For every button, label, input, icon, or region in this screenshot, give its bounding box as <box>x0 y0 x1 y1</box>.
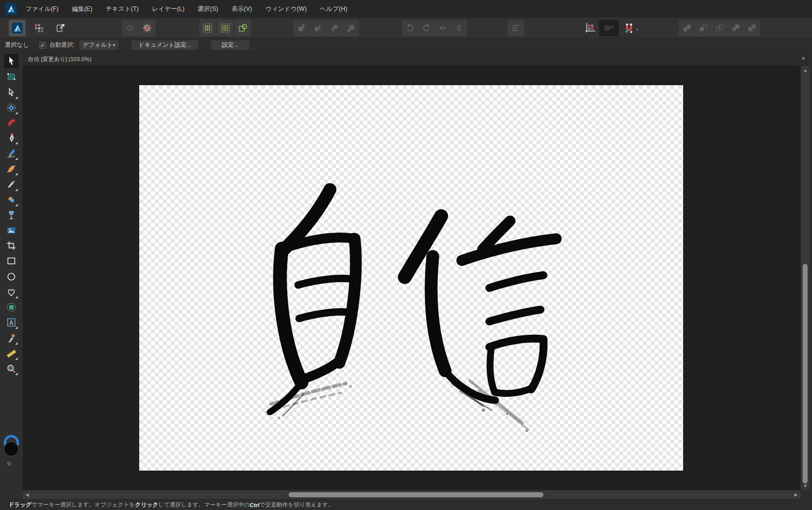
menu-bar: ファイル(F) 編集(E) テキスト(T) レイヤー(L) 選択(S) 表示(V… <box>0 0 812 18</box>
horizontal-scrollbar-thumb[interactable] <box>289 492 543 497</box>
heart-shape-tool[interactable] <box>4 285 19 299</box>
boolean-intersect-icon <box>715 23 724 33</box>
shape-builder-tool[interactable] <box>4 300 19 315</box>
contour-button[interactable] <box>121 20 138 36</box>
snap-manager-icon <box>584 22 597 34</box>
menu-edit[interactable]: 編集(E) <box>72 5 92 13</box>
move-backward-icon <box>330 23 339 33</box>
boolean-add-button[interactable] <box>679 20 695 36</box>
boolean-divide-button[interactable] <box>727 20 744 36</box>
snap-geometry-button[interactable] <box>235 20 251 36</box>
flip-horizontal-button[interactable] <box>434 20 451 36</box>
menu-items: ファイル(F) 編集(E) テキスト(T) レイヤー(L) 選択(S) 表示(V… <box>26 5 347 13</box>
flyout-indicator <box>15 173 18 175</box>
move-to-front-icon <box>297 23 307 33</box>
menu-window[interactable]: ウィンドウ(W) <box>265 5 306 13</box>
rectangle-tool[interactable] <box>4 254 19 268</box>
menu-view[interactable]: 表示(V) <box>232 5 252 13</box>
artboard-tool[interactable] <box>4 69 19 84</box>
snapping-dropdown-chevron[interactable]: ⌄ <box>633 20 641 36</box>
eraser-tool[interactable] <box>4 192 19 207</box>
pixel-persona-button[interactable] <box>30 20 47 36</box>
vertical-scrollbar-thumb[interactable] <box>803 264 808 483</box>
corner-tool[interactable] <box>4 115 19 130</box>
gear-icon <box>142 23 152 33</box>
view-mode-toggle[interactable] <box>599 20 619 36</box>
scroll-left-icon[interactable]: ◀ <box>26 490 29 499</box>
node-tool[interactable] <box>4 85 19 100</box>
auto-select-checkbox[interactable]: ✓ <box>39 42 46 49</box>
place-image-tool[interactable] <box>4 223 19 238</box>
preferences-button[interactable]: 設定... <box>211 40 250 50</box>
boolean-intersect-button[interactable] <box>711 20 728 36</box>
knife-tool[interactable] <box>4 177 19 192</box>
flyout-indicator <box>15 357 18 360</box>
snapping-manager-button[interactable] <box>582 20 599 36</box>
flip-vertical-icon <box>454 23 464 33</box>
status-text-segment: でマーキー選択します。オブジェクトを <box>31 501 135 509</box>
menu-help[interactable]: ヘルプ(H) <box>320 5 348 13</box>
designer-persona-button[interactable] <box>9 20 26 36</box>
horizontal-scrollbar[interactable]: ◀ ▶ <box>23 490 801 499</box>
document-tab[interactable]: 自信 [変更あり] (103.0%) <box>28 56 91 63</box>
move-backward-button[interactable] <box>326 20 343 36</box>
move-cursor-icon <box>6 56 17 66</box>
menu-select[interactable]: 選択(S) <box>198 5 218 13</box>
separator <box>34 41 34 49</box>
scroll-down-icon[interactable]: ▼ <box>803 481 808 490</box>
measure-tool[interactable] <box>4 346 19 361</box>
export-persona-button[interactable] <box>52 20 69 36</box>
boolean-combine-button[interactable] <box>744 20 760 36</box>
text-tool[interactable]: A <box>4 315 19 330</box>
app-window: ファイル(F) 編集(E) テキスト(T) レイヤー(L) 選択(S) 表示(V… <box>0 0 812 510</box>
status-text-segment: で交差動作を切り替えます。 <box>260 501 334 509</box>
document-canvas[interactable] <box>139 85 683 471</box>
auto-select-value: デフォルト <box>83 41 113 49</box>
style-gear-button[interactable] <box>139 20 155 36</box>
close-icon[interactable]: × <box>801 55 805 62</box>
crop-tool[interactable] <box>4 238 19 253</box>
selection-status: 選択なし <box>5 41 29 49</box>
zoom-tool[interactable] <box>4 361 19 376</box>
fill-gradient-tool[interactable] <box>4 208 19 223</box>
alignment-button[interactable] <box>508 20 524 36</box>
artboard-icon <box>6 71 17 82</box>
scroll-right-icon[interactable]: ▶ <box>794 490 798 499</box>
move-forward-button[interactable] <box>310 20 327 36</box>
rotate-ccw-button[interactable] <box>402 20 419 36</box>
menu-file[interactable]: ファイル(F) <box>26 5 59 13</box>
document-setup-button[interactable]: ドキュメント設定... <box>131 40 199 50</box>
crop-icon <box>6 240 17 251</box>
move-to-back-button[interactable] <box>342 20 359 36</box>
point-transform-tool[interactable] <box>4 100 19 115</box>
fill-color-swatch[interactable] <box>4 442 19 456</box>
letter-A: A <box>9 319 13 326</box>
ellipse-icon <box>6 271 17 282</box>
snap-preset-sparse-button[interactable] <box>199 20 216 36</box>
vertical-scrollbar[interactable]: ▲ ▼ <box>801 66 810 490</box>
move-to-front-button[interactable] <box>294 20 310 36</box>
check-icon: ✓ <box>40 42 45 48</box>
auto-select-dropdown[interactable]: デフォルト ▾ <box>79 40 119 50</box>
marquee-dots-sparse-icon <box>202 22 213 34</box>
boolean-subtract-button[interactable] <box>695 20 712 36</box>
status-bar: ドラッグ でマーキー選択します。オブジェクトを クリック して選択します。マーキ… <box>0 499 812 510</box>
flip-vertical-button[interactable] <box>451 20 467 36</box>
chevron-down-icon: ▾ <box>113 42 115 48</box>
color-picker-tool[interactable] <box>4 331 19 346</box>
align-icon <box>511 23 521 33</box>
flyout-indicator <box>15 373 18 375</box>
scroll-up-icon[interactable]: ▲ <box>803 66 808 75</box>
vector-brush-tool[interactable] <box>4 161 19 176</box>
rotate-cw-button[interactable] <box>418 20 435 36</box>
swap-colors-icon[interactable]: ↻ <box>7 461 11 467</box>
move-forward-icon <box>313 23 323 33</box>
ellipse-tool[interactable] <box>4 269 19 284</box>
document-viewport[interactable] <box>23 66 801 490</box>
menu-text[interactable]: テキスト(T) <box>106 5 139 13</box>
move-tool[interactable] <box>4 54 19 68</box>
menu-layer[interactable]: レイヤー(L) <box>152 5 184 13</box>
pen-tool[interactable] <box>4 130 19 145</box>
snap-preset-dense-button[interactable] <box>217 20 234 36</box>
pencil-tool[interactable] <box>4 146 19 161</box>
